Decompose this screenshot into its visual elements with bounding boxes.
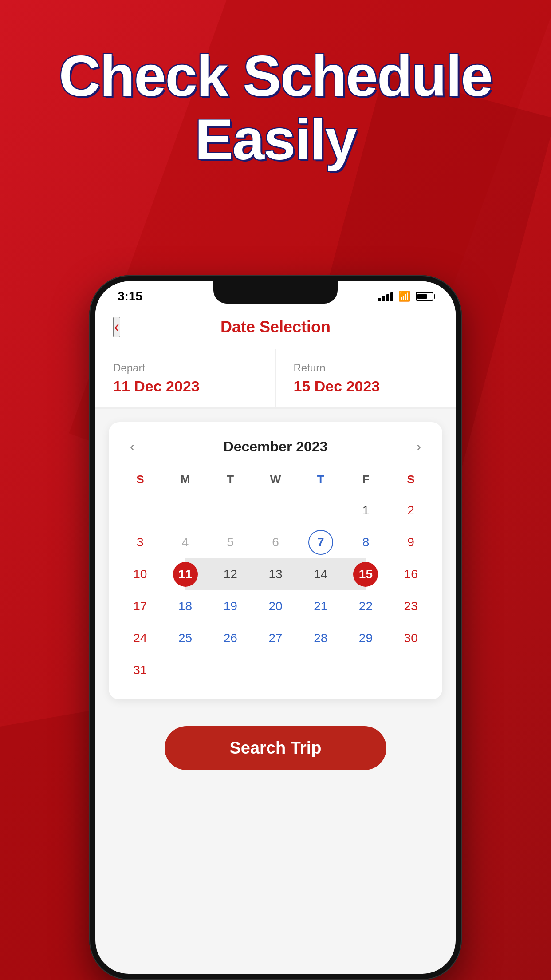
phone-notch bbox=[213, 281, 338, 304]
depart-value: 11 Dec 2023 bbox=[113, 378, 258, 395]
day-20[interactable]: 20 bbox=[253, 590, 298, 622]
return-date-section[interactable]: Return 15 Dec 2023 bbox=[276, 349, 456, 407]
wifi-icon: 📶 bbox=[398, 291, 410, 302]
status-icons: 📶 bbox=[378, 291, 433, 302]
day-5[interactable]: 5 bbox=[208, 526, 253, 558]
day-16[interactable]: 16 bbox=[388, 558, 433, 590]
calendar-container: ‹ December 2023 › S M T W T F S bbox=[95, 409, 456, 713]
day-1[interactable]: 1 bbox=[343, 494, 389, 526]
day-empty-6-2 bbox=[163, 654, 208, 686]
day-empty-2 bbox=[163, 494, 208, 526]
screen-title: Date Selection bbox=[220, 318, 331, 336]
back-button[interactable]: ‹ bbox=[113, 317, 120, 337]
battery-fill bbox=[417, 294, 427, 299]
day-28[interactable]: 28 bbox=[298, 622, 343, 654]
day-empty-6-3 bbox=[208, 654, 253, 686]
day-31[interactable]: 31 bbox=[118, 654, 163, 686]
day-18[interactable]: 18 bbox=[163, 590, 208, 622]
headline-text: Check Schedule Easily bbox=[0, 44, 551, 171]
day-header-f: F bbox=[343, 468, 389, 494]
calendar-month-label: December 2023 bbox=[224, 439, 328, 455]
status-time: 3:15 bbox=[118, 289, 142, 304]
day-22[interactable]: 22 bbox=[343, 590, 389, 622]
day-13[interactable]: 13 bbox=[253, 558, 298, 590]
day-empty-3 bbox=[208, 494, 253, 526]
day-2[interactable]: 2 bbox=[388, 494, 433, 526]
calendar-week-5: 24 25 26 27 28 29 30 bbox=[118, 622, 433, 654]
phone-screen: 3:15 📶 ‹ Date Selection bbox=[95, 281, 456, 974]
day-10[interactable]: 10 bbox=[118, 558, 163, 590]
day-11[interactable]: 11 bbox=[163, 558, 208, 590]
phone-mockup: 3:15 📶 ‹ Date Selection bbox=[89, 275, 462, 980]
day-25[interactable]: 25 bbox=[163, 622, 208, 654]
calendar-card: ‹ December 2023 › S M T W T F S bbox=[109, 422, 442, 699]
day-4[interactable]: 4 bbox=[163, 526, 208, 558]
return-label: Return bbox=[294, 362, 438, 374]
day-19[interactable]: 19 bbox=[208, 590, 253, 622]
calendar-week-4: 17 18 19 20 21 22 23 bbox=[118, 590, 433, 622]
day-empty-1 bbox=[118, 494, 163, 526]
calendar-week-2: 3 4 5 6 7 8 9 bbox=[118, 526, 433, 558]
depart-date-section[interactable]: Depart 11 Dec 2023 bbox=[95, 349, 276, 407]
day-7[interactable]: 7 bbox=[298, 526, 343, 558]
headline-section: Check Schedule Easily bbox=[0, 44, 551, 171]
day-empty-6-5 bbox=[298, 654, 343, 686]
calendar-week-1: 1 2 bbox=[118, 494, 433, 526]
day-empty-6-4 bbox=[253, 654, 298, 686]
day-header-w: W bbox=[253, 468, 298, 494]
search-button-container: Search Trip bbox=[95, 713, 456, 792]
day-header-s1: S bbox=[118, 468, 163, 494]
day-empty-4 bbox=[253, 494, 298, 526]
day-15[interactable]: 15 bbox=[343, 558, 389, 590]
prev-month-button[interactable]: ‹ bbox=[126, 435, 138, 458]
calendar-week-6: 31 bbox=[118, 654, 433, 686]
day-12[interactable]: 12 bbox=[208, 558, 253, 590]
depart-label: Depart bbox=[113, 362, 258, 374]
return-value: 15 Dec 2023 bbox=[294, 378, 438, 395]
app-header: ‹ Date Selection bbox=[95, 307, 456, 349]
next-month-button[interactable]: › bbox=[413, 435, 425, 458]
headline-line1: Check Schedule bbox=[59, 43, 492, 108]
phone-outer: 3:15 📶 ‹ Date Selection bbox=[89, 275, 462, 980]
day-23[interactable]: 23 bbox=[388, 590, 433, 622]
day-30[interactable]: 30 bbox=[388, 622, 433, 654]
calendar-day-headers: S M T W T F S bbox=[118, 468, 433, 494]
day-24[interactable]: 24 bbox=[118, 622, 163, 654]
signal-bars-icon bbox=[378, 292, 393, 301]
search-trip-button[interactable]: Search Trip bbox=[165, 726, 386, 770]
day-empty-5 bbox=[298, 494, 343, 526]
day-27[interactable]: 27 bbox=[253, 622, 298, 654]
battery-icon bbox=[416, 292, 433, 301]
day-9[interactable]: 9 bbox=[388, 526, 433, 558]
calendar-header: ‹ December 2023 › bbox=[118, 435, 433, 468]
day-empty-6-7 bbox=[388, 654, 433, 686]
day-empty-6-6 bbox=[343, 654, 389, 686]
day-header-t2: T bbox=[298, 468, 343, 494]
day-26[interactable]: 26 bbox=[208, 622, 253, 654]
day-header-t1: T bbox=[208, 468, 253, 494]
calendar-week-3: 10 11 12 13 14 15 16 bbox=[118, 558, 433, 590]
day-6[interactable]: 6 bbox=[253, 526, 298, 558]
day-header-m: M bbox=[163, 468, 208, 494]
day-8[interactable]: 8 bbox=[343, 526, 389, 558]
day-3[interactable]: 3 bbox=[118, 526, 163, 558]
day-17[interactable]: 17 bbox=[118, 590, 163, 622]
headline-line2: Easily bbox=[195, 107, 356, 172]
day-14[interactable]: 14 bbox=[298, 558, 343, 590]
day-29[interactable]: 29 bbox=[343, 622, 389, 654]
day-header-s2: S bbox=[388, 468, 433, 494]
date-selection-bar: Depart 11 Dec 2023 Return 15 Dec 2023 bbox=[95, 349, 456, 409]
day-21[interactable]: 21 bbox=[298, 590, 343, 622]
